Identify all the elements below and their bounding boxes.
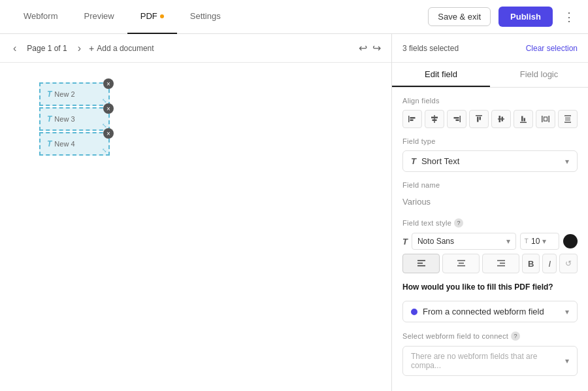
clear-selection-button[interactable]: Clear selection xyxy=(526,44,578,53)
align-left-text-button[interactable] xyxy=(402,254,440,273)
svg-rect-6 xyxy=(460,116,461,122)
publish-button[interactable]: Publish xyxy=(498,7,553,27)
align-center-h-icon xyxy=(430,114,439,124)
italic-button[interactable]: I xyxy=(542,254,557,273)
tab-pdf[interactable]: PDF xyxy=(127,0,177,34)
webform-radio-icon xyxy=(411,309,417,315)
header-actions: Save & exit Publish ⋮ xyxy=(428,7,578,27)
fill-question-text: How would you like to fill this PDF fiel… xyxy=(402,282,578,292)
left-panel: ‹ Page 1 of 1 › + Add a document ↩ ↪ × T… xyxy=(0,34,392,391)
align-fields-label: Align fields xyxy=(402,97,578,105)
webform-option-dropdown[interactable]: From a connected webform field ▾ xyxy=(402,301,578,322)
svg-rect-18 xyxy=(542,116,543,122)
svg-rect-8 xyxy=(456,120,459,122)
size-chevron-icon: ▾ xyxy=(542,237,546,246)
svg-rect-7 xyxy=(454,117,459,119)
align-buttons-group xyxy=(402,110,578,128)
plus-icon: + xyxy=(89,43,94,54)
clear-format-button[interactable]: ↺ xyxy=(559,254,578,273)
resize-handle-new4[interactable]: ⤡ xyxy=(102,147,107,154)
short-text-icon: T xyxy=(411,156,416,166)
right-panel-tabs: Edit field Field logic xyxy=(392,63,588,88)
bold-button[interactable]: B xyxy=(522,254,540,273)
more-options-button[interactable]: ⋮ xyxy=(561,7,578,27)
tab-edit-field[interactable]: Edit field xyxy=(392,63,490,87)
size-icon: Ꭲ xyxy=(525,237,529,245)
text-style-row: T Noto Sans ▾ Ꭲ 10 ▾ xyxy=(402,233,578,250)
align-top-icon xyxy=(474,114,483,124)
align-bottom-button[interactable] xyxy=(514,110,533,128)
font-size-dropdown[interactable]: Ꭲ 10 ▾ xyxy=(520,233,559,250)
svg-rect-11 xyxy=(480,117,482,120)
align-right-text-icon xyxy=(497,260,506,267)
app-header: Webform Preview PDF Settings Save & exit… xyxy=(0,0,588,34)
svg-rect-1 xyxy=(410,117,416,119)
font-family-value: Noto Sans xyxy=(417,237,454,246)
pdf-toolbar: ‹ Page 1 of 1 › + Add a document ↩ ↪ xyxy=(0,34,391,63)
text-style-help-icon[interactable]: ? xyxy=(454,218,463,228)
field-text-style-label: Field text style xyxy=(402,219,451,227)
align-top-button[interactable] xyxy=(469,110,489,128)
close-field-new4[interactable]: × xyxy=(103,128,114,139)
connect-chevron-icon: ▾ xyxy=(565,356,569,366)
field-type-dropdown[interactable]: T Short Text ▾ xyxy=(402,150,578,172)
field-text-style-section: Field text style ? T Noto Sans ▾ Ꭲ 10 ▾ xyxy=(402,218,578,273)
align-right-text-button[interactable] xyxy=(482,254,519,273)
text-color-button[interactable] xyxy=(563,234,578,248)
distribute-v-button[interactable] xyxy=(558,110,578,128)
svg-rect-20 xyxy=(544,117,547,121)
pdf-field-new3[interactable]: × T New 3 ⤡ xyxy=(39,107,110,131)
right-panel: 3 fields selected Clear selection Edit f… xyxy=(392,34,588,391)
selection-bar: 3 fields selected Clear selection xyxy=(392,34,588,63)
tab-webform[interactable]: Webform xyxy=(10,0,71,34)
svg-rect-15 xyxy=(520,122,527,124)
align-bottom-icon xyxy=(519,114,528,124)
redo-button[interactable]: ↪ xyxy=(372,42,381,54)
main-layout: ‹ Page 1 of 1 › + Add a document ↩ ↪ × T… xyxy=(0,34,588,391)
align-left-button[interactable] xyxy=(402,110,422,128)
prev-page-button[interactable]: ‹ xyxy=(10,41,19,56)
tab-settings[interactable]: Settings xyxy=(177,0,234,34)
tab-field-logic[interactable]: Field logic xyxy=(490,63,588,87)
field-name-label: Field name xyxy=(402,181,578,189)
svg-rect-16 xyxy=(521,116,523,122)
undo-button[interactable]: ↩ xyxy=(359,42,367,54)
fields-selected-label: 3 fields selected xyxy=(402,44,459,53)
distribute-h-button[interactable] xyxy=(536,110,555,128)
save-exit-button[interactable]: Save & exit xyxy=(428,7,491,26)
pdf-fields-container: × T New 2 ⤡ × T New 3 ⤡ × T New 4 ⤡ xyxy=(39,82,110,156)
align-center-text-button[interactable] xyxy=(442,254,480,273)
add-document-button[interactable]: + Add a document xyxy=(89,43,154,54)
toolbar-right: ↩ ↪ xyxy=(359,42,381,54)
align-middle-v-icon xyxy=(497,114,506,124)
nav-tabs: Webform Preview PDF Settings xyxy=(10,0,428,34)
field-type-chevron-icon: ▾ xyxy=(565,157,569,166)
fill-question-section: How would you like to fill this PDF fiel… xyxy=(402,282,578,292)
tab-preview[interactable]: Preview xyxy=(71,0,127,34)
svg-rect-17 xyxy=(524,118,526,122)
close-field-new3[interactable]: × xyxy=(103,103,114,114)
webform-connect-dropdown[interactable]: There are no webform fields that are com… xyxy=(402,346,578,376)
svg-rect-4 xyxy=(431,117,438,119)
align-center-text-icon xyxy=(457,260,466,267)
next-page-button[interactable]: › xyxy=(75,41,84,56)
page-indicator: Page 1 of 1 xyxy=(27,44,67,53)
align-center-h-button[interactable] xyxy=(425,110,444,128)
connect-placeholder-text: There are no webform fields that are com… xyxy=(411,352,565,370)
font-family-dropdown[interactable]: Noto Sans ▾ xyxy=(412,233,516,250)
pdf-field-new4[interactable]: × T New 4 ⤡ xyxy=(39,132,110,156)
font-type-icon: T xyxy=(402,237,408,246)
svg-rect-10 xyxy=(477,117,479,122)
align-middle-v-button[interactable] xyxy=(491,110,511,128)
close-field-new2[interactable]: × xyxy=(103,78,114,89)
align-right-button[interactable] xyxy=(447,110,466,128)
svg-rect-13 xyxy=(499,116,501,122)
pdf-field-new2[interactable]: × T New 2 ⤡ xyxy=(39,82,110,106)
connect-help-icon[interactable]: ? xyxy=(511,332,520,341)
webform-option-chevron-icon: ▾ xyxy=(565,307,569,316)
distribute-h-icon xyxy=(541,114,550,124)
svg-rect-14 xyxy=(502,117,504,122)
svg-rect-19 xyxy=(549,116,550,122)
align-left-icon xyxy=(408,114,417,124)
align-fields-section: Align fields xyxy=(402,97,578,128)
